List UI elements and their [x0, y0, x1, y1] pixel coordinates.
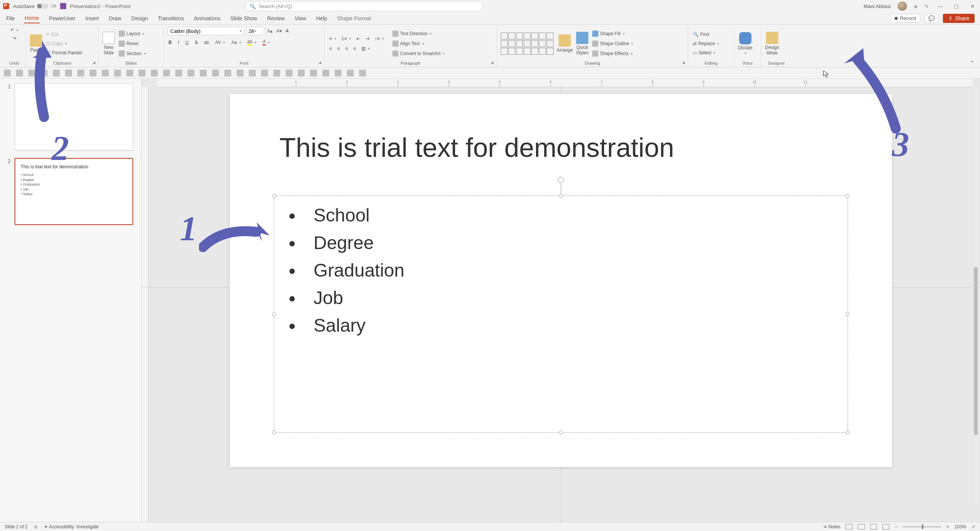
- qat-icon[interactable]: [359, 70, 366, 77]
- qat-icon[interactable]: [212, 70, 219, 77]
- arrange-button[interactable]: Arrange: [557, 34, 573, 53]
- tab-transitions[interactable]: Transitions: [157, 14, 185, 23]
- qat-icon[interactable]: [335, 70, 341, 77]
- font-size-select[interactable]: 28▾: [247, 27, 264, 35]
- text-direction-button[interactable]: Text Direction▾: [392, 30, 446, 37]
- underline-button[interactable]: U: [185, 39, 189, 46]
- smartart-button[interactable]: Convert to SmartArt▾: [392, 50, 446, 57]
- minimize-button[interactable]: —: [936, 2, 945, 11]
- qat-icon[interactable]: [237, 70, 243, 77]
- bullets-button[interactable]: ≡▾: [328, 35, 337, 42]
- slide-title-text[interactable]: This is trial text for demonstration: [279, 132, 674, 163]
- search-input[interactable]: 🔍 Search (Alt+Q): [245, 1, 483, 11]
- qat-icon[interactable]: [261, 70, 268, 77]
- tab-review[interactable]: Review: [266, 14, 286, 23]
- font-color-button[interactable]: A▾: [262, 38, 271, 46]
- qat-icon[interactable]: [65, 70, 72, 77]
- bold-button[interactable]: B: [168, 39, 173, 46]
- normal-view-button[interactable]: [846, 524, 853, 529]
- justify-button[interactable]: ≡: [353, 45, 357, 52]
- quick-styles-button[interactable]: Quick Styles: [576, 32, 589, 55]
- qat-icon[interactable]: [347, 70, 354, 77]
- qat-icon[interactable]: [310, 70, 317, 77]
- align-center-button[interactable]: ≡: [336, 45, 341, 52]
- slide-editor[interactable]: 1234567891011 This is trial text for dem…: [142, 79, 980, 522]
- resize-handle[interactable]: [846, 194, 849, 198]
- qat-icon[interactable]: [16, 70, 23, 77]
- paragraph-launcher-icon[interactable]: ◢: [491, 60, 495, 65]
- tab-slideshow[interactable]: Slide Show: [230, 14, 258, 23]
- shapes-gallery[interactable]: [501, 33, 554, 55]
- comments-button[interactable]: 💬: [925, 14, 938, 23]
- tab-insert[interactable]: Insert: [85, 14, 100, 23]
- copy-button[interactable]: ⿻Copy▾: [45, 40, 83, 47]
- qat-icon[interactable]: [273, 70, 280, 77]
- dictate-button[interactable]: Dictate▾: [738, 32, 752, 55]
- slide-thumbnail-2[interactable]: This is trial text for demonstration • S…: [15, 158, 133, 225]
- resize-handle[interactable]: [559, 194, 563, 198]
- shrink-font-button[interactable]: A▾: [276, 28, 283, 34]
- resize-handle[interactable]: [846, 312, 849, 316]
- toggle-icon[interactable]: [37, 3, 48, 9]
- resize-handle[interactable]: [272, 312, 276, 316]
- tab-file[interactable]: File: [5, 14, 16, 23]
- language-icon[interactable]: ⎚: [34, 524, 37, 529]
- tab-help[interactable]: Help: [315, 14, 328, 23]
- bullet-item[interactable]: Degree: [289, 229, 832, 257]
- grow-font-button[interactable]: A▴: [266, 28, 273, 34]
- shape-effects-button[interactable]: Shape Effects▾: [591, 50, 634, 57]
- redo-button[interactable]: ↷: [12, 35, 17, 42]
- tab-home[interactable]: Home: [24, 13, 40, 23]
- content-placeholder[interactable]: School Degree Graduation Job Salary: [274, 195, 848, 433]
- increase-indent-button[interactable]: ⇥: [365, 35, 370, 42]
- numbering-button[interactable]: 1≡▾: [341, 35, 352, 42]
- qat-icon[interactable]: [175, 70, 182, 77]
- qat-icon[interactable]: [4, 70, 11, 77]
- qat-icon[interactable]: [41, 70, 47, 77]
- bullet-item[interactable]: School: [289, 202, 832, 229]
- scrollbar-thumb[interactable]: [974, 267, 978, 435]
- diamond-icon[interactable]: ◈: [914, 3, 918, 9]
- qat-icon[interactable]: [28, 70, 35, 77]
- avatar[interactable]: [898, 2, 907, 11]
- qat-icon[interactable]: [139, 70, 145, 77]
- qat-icon[interactable]: [53, 70, 60, 77]
- zoom-in-button[interactable]: +: [946, 524, 949, 529]
- shape-fill-button[interactable]: Shape Fill▾: [591, 30, 634, 37]
- layout-button[interactable]: Layout▾: [118, 30, 147, 37]
- qat-icon[interactable]: [298, 70, 305, 77]
- align-text-button[interactable]: Align Text▾: [392, 40, 446, 47]
- strikethrough-button[interactable]: S̶: [194, 39, 199, 46]
- replace-button[interactable]: ⇄Replace▾: [692, 40, 720, 47]
- zoom-slider[interactable]: [903, 526, 941, 528]
- align-left-button[interactable]: ≡: [328, 45, 333, 52]
- accessibility-status[interactable]: ✶ Accessibility: Investigate: [44, 524, 99, 529]
- resize-handle[interactable]: [272, 430, 276, 434]
- find-button[interactable]: 🔍Find: [692, 31, 720, 38]
- bullet-item[interactable]: Salary: [289, 312, 832, 339]
- drawing-launcher-icon[interactable]: ◢: [682, 60, 687, 65]
- char-spacing-button[interactable]: AV▾: [214, 39, 226, 46]
- qat-icon[interactable]: [77, 70, 84, 77]
- vertical-scrollbar[interactable]: [973, 87, 978, 507]
- autosave-toggle[interactable]: AutoSave Off: [13, 3, 56, 9]
- zoom-level[interactable]: 103%: [954, 524, 966, 529]
- columns-button[interactable]: ▥▾: [361, 45, 371, 52]
- tab-poweruser[interactable]: PowerUser: [48, 14, 76, 23]
- fit-to-window-button[interactable]: ⤢: [972, 524, 975, 529]
- save-icon[interactable]: [60, 3, 66, 9]
- zoom-out-button[interactable]: −: [895, 524, 897, 529]
- resize-handle[interactable]: [846, 430, 849, 434]
- shape-outline-button[interactable]: Shape Outline▾: [591, 40, 634, 47]
- undo-button[interactable]: ↶▾: [10, 27, 19, 34]
- qat-icon[interactable]: [188, 70, 194, 77]
- qat-icon[interactable]: [102, 70, 109, 77]
- tab-shape-format[interactable]: Shape Format: [336, 14, 372, 23]
- slide-canvas[interactable]: This is trial text for demonstration Sch…: [230, 94, 892, 467]
- qat-icon[interactable]: [200, 70, 207, 77]
- resize-handle[interactable]: [272, 194, 276, 198]
- ribbon-collapse-button[interactable]: ⌄: [970, 57, 975, 64]
- reset-button[interactable]: Reset: [118, 40, 147, 47]
- slide-sorter-view-button[interactable]: [858, 524, 865, 529]
- share-button[interactable]: ⇪Share: [943, 14, 975, 23]
